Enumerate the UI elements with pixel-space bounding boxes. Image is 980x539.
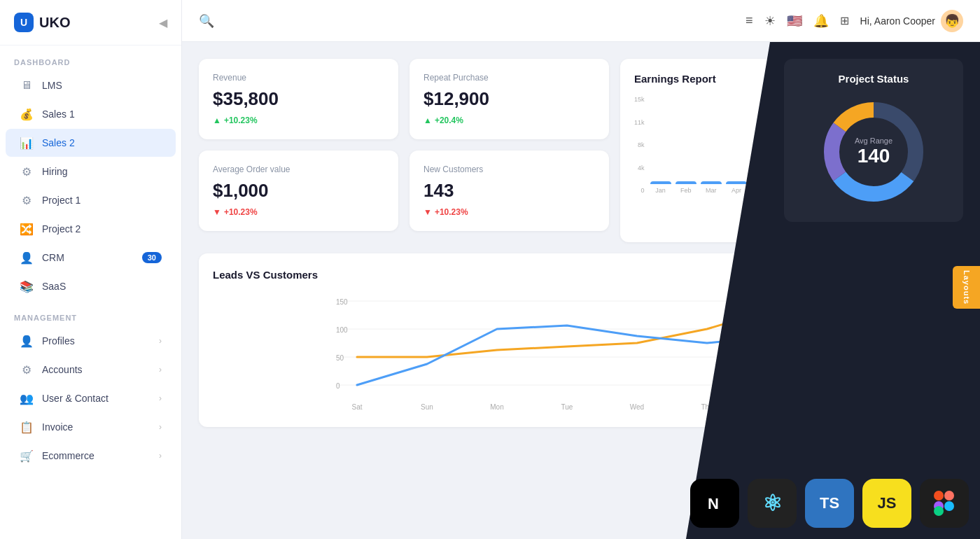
search-box: 🔍 — [199, 13, 353, 29]
revenue-card: Revenue $35,800 ▲ +10.23% — [199, 59, 398, 139]
accounts-chevron-icon: › — [159, 365, 162, 374]
svg-text:Sat: Sat — [351, 403, 362, 411]
revenue-change: ▲ +10.23% — [213, 115, 384, 125]
main-area: 🔍 ≡ ☀ 🇺🇸 🔔 ⊞ Hi, Aaron Cooper 👦 — [182, 0, 980, 539]
project1-icon: ⚙ — [20, 193, 34, 207]
revenue-label: Revenue — [213, 73, 384, 83]
project-status-donut: Avg Range 140 — [818, 96, 930, 208]
content-area: Revenue $35,800 ▲ +10.23% Repeat Purchas… — [182, 42, 980, 539]
sales2-icon: 📊 — [20, 136, 34, 150]
saas-icon: 📚 — [20, 279, 34, 293]
sidebar-item-hiring[interactable]: ⚙ Hiring — [6, 158, 176, 186]
dashboard-nav: 🖥 LMS 💰 Sales 1 📊 Sales 2 ⚙ Hiring ⚙ Pro… — [0, 71, 181, 301]
language-selector-button[interactable]: 🇺🇸 — [787, 13, 802, 29]
sidebar-item-sales1[interactable]: 💰 Sales 1 — [6, 100, 176, 128]
sidebar-item-user-contact[interactable]: 👥 User & Contact › — [6, 384, 176, 412]
sidebar-item-crm[interactable]: 👤 CRM 30 — [6, 244, 176, 272]
dark-side-content: Project Status A — [686, 42, 980, 539]
leads-chart-title: Leads VS Customers — [213, 269, 318, 281]
svg-text:50: 50 — [336, 354, 344, 362]
sidebar-item-profiles[interactable]: 👤 Profiles › — [6, 327, 176, 355]
user-contact-chevron-icon: › — [159, 393, 162, 403]
collapse-sidebar-button[interactable]: ◀ — [159, 16, 167, 29]
apps-grid-button[interactable]: ⊞ — [840, 14, 849, 27]
ecommerce-chevron-icon: › — [159, 451, 162, 461]
project-status-title: Project Status — [839, 73, 909, 85]
sidebar-item-label: Ecommerce — [42, 450, 94, 461]
bar-label-jan: Jan — [655, 187, 666, 194]
y-label-4k: 4k — [634, 164, 645, 172]
crm-icon: 👤 — [20, 251, 34, 265]
sidebar-item-label: SaaS — [42, 281, 66, 292]
avg-down-arrow-icon: ▼ — [213, 207, 221, 217]
revenue-change-text: +10.23% — [224, 115, 258, 125]
sidebar-item-lms[interactable]: 🖥 LMS — [6, 71, 176, 99]
menu-icon-button[interactable]: ≡ — [746, 13, 753, 28]
sidebar-item-label: Hiring — [42, 166, 68, 177]
revenue-value: $35,800 — [213, 88, 384, 110]
header-actions: ≡ ☀ 🇺🇸 🔔 ⊞ Hi, Aaron Cooper 👦 — [746, 10, 963, 32]
javascript-logo: JS — [862, 479, 911, 528]
lms-icon: 🖥 — [20, 78, 34, 92]
sidebar-item-label: Profiles — [42, 335, 75, 346]
sidebar-item-project2[interactable]: 🔀 Project 2 — [6, 215, 176, 243]
ecommerce-icon: 🛒 — [20, 449, 34, 463]
avg-order-card: Average Order value $1,000 ▼ +10.23% — [199, 150, 398, 231]
nextjs-logo: N — [690, 479, 739, 528]
search-icon: 🔍 — [199, 13, 214, 29]
repeat-purchase-label: Repeat Purchase — [424, 73, 595, 83]
sidebar-item-label: User & Contact — [42, 393, 108, 404]
user-contact-icon: 👥 — [20, 391, 34, 405]
bar-jan — [650, 181, 671, 184]
new-customers-value: 143 — [424, 180, 595, 202]
profiles-icon: 👤 — [20, 334, 34, 348]
metric-cards-section: Revenue $35,800 ▲ +10.23% Repeat Purchas… — [199, 59, 609, 242]
customers-change-text: +10.23% — [435, 207, 468, 217]
svg-rect-22 — [944, 491, 954, 500]
notifications-button[interactable]: 🔔 — [813, 13, 829, 29]
section-label-management: MANAGEMENT — [0, 301, 181, 326]
svg-text:N: N — [708, 495, 719, 512]
svg-rect-24 — [934, 506, 944, 516]
accounts-icon: ⚙ — [20, 363, 34, 377]
donut-avg-value: 140 — [855, 145, 892, 167]
management-nav: 👤 Profiles › ⚙ Accounts › 👥 User & Conta… — [0, 326, 181, 470]
y-label-0: 0 — [634, 187, 645, 194]
sidebar-item-label: LMS — [42, 80, 62, 91]
donut-center-text: Avg Range 140 — [855, 136, 892, 167]
profiles-chevron-icon: › — [159, 336, 162, 346]
sidebar-item-invoice[interactable]: 📋 Invoice › — [6, 413, 176, 441]
repeat-purchase-value: $12,900 — [424, 88, 595, 110]
svg-text:Sun: Sun — [421, 403, 433, 411]
sidebar-item-label: Sales 2 — [42, 137, 75, 148]
layouts-tab[interactable]: Layouts — [953, 266, 980, 309]
avg-order-label: Average Order value — [213, 164, 384, 174]
sales1-icon: 💰 — [20, 107, 34, 121]
section-label-dashboard: DASHBOARD — [0, 46, 181, 71]
hiring-icon: ⚙ — [20, 164, 34, 178]
sidebar-item-accounts[interactable]: ⚙ Accounts › — [6, 356, 176, 384]
logo-text: UKO — [39, 15, 70, 31]
svg-text:Wed: Wed — [630, 403, 644, 411]
sidebar-item-ecommerce[interactable]: 🛒 Ecommerce › — [6, 442, 176, 470]
logo-icon: U — [14, 13, 34, 32]
avg-change-text: +10.23% — [224, 207, 258, 217]
tech-logos-section: N ⚛ TS JS — [690, 479, 969, 528]
sidebar-item-saas[interactable]: 📚 SaaS — [6, 272, 176, 300]
user-name-text: Hi, Aaron Cooper — [860, 15, 935, 27]
sidebar-item-sales2[interactable]: 📊 Sales 2 — [6, 129, 176, 157]
sidebar-item-project1[interactable]: ⚙ Project 1 — [6, 186, 176, 214]
logo: U UKO — [14, 13, 70, 32]
crm-badge: 30 — [142, 252, 162, 263]
theme-toggle-button[interactable]: ☀ — [764, 13, 776, 29]
chart-y-axis: 15k 11k 8k 4k 0 — [634, 96, 645, 194]
react-logo: ⚛ — [748, 479, 797, 528]
user-greeting: Hi, Aaron Cooper 👦 — [860, 10, 963, 32]
sidebar-item-label: Project 1 — [42, 195, 80, 206]
header: 🔍 ≡ ☀ 🇺🇸 🔔 ⊞ Hi, Aaron Cooper 👦 — [182, 0, 980, 42]
y-label-11k: 11k — [634, 119, 645, 126]
project-status-card: Project Status A — [784, 59, 963, 222]
sidebar-item-label: Project 2 — [42, 223, 80, 234]
repeat-purchase-change: ▲ +20.4% — [424, 115, 595, 125]
sidebar-item-label: Sales 1 — [42, 108, 75, 120]
